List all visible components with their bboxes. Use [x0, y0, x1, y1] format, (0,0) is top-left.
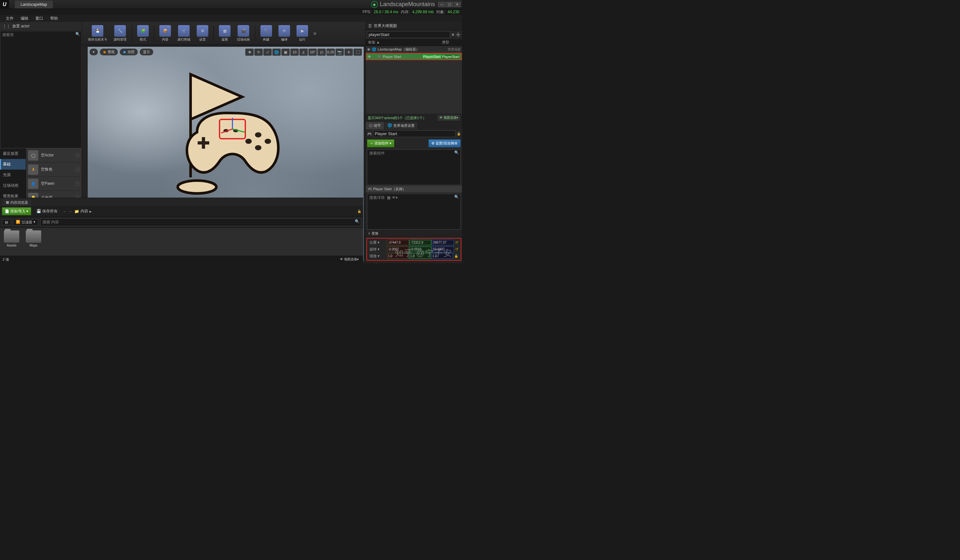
search-details[interactable]: 搜索详情🔍 ▦ 👁▾ — [367, 194, 461, 229]
menu-edit[interactable]: 编辑 — [18, 15, 32, 22]
content-search[interactable]: 搜索 内容🔍 — [40, 218, 361, 226]
toolbar-运行[interactable]: ▶运行 — [294, 24, 310, 43]
cb-viewoptions[interactable]: 👁 视图选项▾ — [338, 256, 360, 262]
component-instance[interactable]: 🎮 Player Start（实例） — [366, 186, 462, 192]
toolbar-蓝图[interactable]: ▦蓝图 — [216, 24, 233, 43]
help-icon[interactable]: ? — [75, 181, 80, 186]
close-button[interactable]: ✕ — [454, 2, 461, 7]
maximize-button[interactable]: ▢ — [446, 2, 453, 7]
tab-details[interactable]: ⓘ细节 — [366, 122, 384, 130]
vp-translate-icon[interactable]: ✥ — [245, 49, 254, 56]
eye-icon[interactable]: 👁 — [367, 48, 371, 51]
vp-rotate-icon[interactable]: ↻ — [254, 49, 263, 56]
vp-camspeed-icon[interactable]: 📷 — [336, 49, 344, 56]
clear-icon[interactable]: ✕ — [451, 32, 454, 37]
toolbar-保存当前关卡[interactable]: 💾保存当前关卡 — [85, 24, 110, 43]
reset-icon[interactable]: ↺ — [455, 247, 458, 251]
vp-snap-scale-icon[interactable]: ◰ — [317, 49, 326, 56]
outliner-playerstart-row[interactable]: 👁 🎮 Player Start PlayerStartPlayerStart — [366, 53, 462, 60]
outliner-search[interactable] — [367, 31, 450, 38]
tool-icon: 🎬 — [238, 25, 249, 37]
vp-snap-angle[interactable]: 10° — [309, 49, 317, 56]
add-filter-icon[interactable]: ➕ — [456, 32, 461, 37]
nav-fwd[interactable]: → — [68, 209, 72, 214]
menu-help[interactable]: 帮助 — [47, 15, 61, 22]
section-transform[interactable]: ▿ 变换 — [366, 230, 462, 237]
place-item[interactable]: 🧍空角色? — [26, 163, 82, 177]
help-icon[interactable]: ? — [75, 167, 80, 172]
place-item[interactable]: ◯空Actor? — [26, 148, 82, 163]
scale-y[interactable] — [409, 253, 431, 259]
eye-icon[interactable]: 👁 — [368, 55, 371, 59]
location-z[interactable] — [432, 240, 454, 245]
location-x[interactable] — [387, 240, 409, 245]
lock-icon[interactable]: 🔓 — [357, 210, 361, 213]
folder-Assets[interactable]: Assets — [3, 230, 21, 253]
vp-camspeed[interactable]: 4 — [344, 49, 353, 56]
section-object[interactable]: ▿ 对象 — [366, 261, 462, 263]
toolbar-过场动画[interactable]: 🎬过场动画 — [234, 24, 253, 43]
vp-scale-icon[interactable]: ⤢ — [263, 49, 272, 56]
project-name: LandscapeMountains — [380, 1, 435, 8]
help-icon[interactable]: ? — [75, 153, 80, 158]
toolbar-overflow[interactable]: » — [312, 30, 318, 37]
place-item[interactable]: 👤空Pawn? — [26, 177, 82, 191]
place-cat-3[interactable]: 过场动画 — [0, 180, 26, 191]
vp-snap-angle-icon[interactable]: ∠ — [299, 49, 308, 56]
place-cat-0[interactable]: 最近放置 — [0, 148, 26, 159]
level-tab[interactable]: LandscapeMap — [15, 1, 53, 8]
vp-snap-grid-value[interactable]: 10 — [290, 49, 299, 56]
vp-lit[interactable]: ◉光照 — [120, 49, 138, 55]
menu-window[interactable]: 窗口 — [32, 15, 46, 22]
content-browser-tab[interactable]: ▦内容浏览器 — [3, 199, 31, 206]
vp-perspective[interactable]: ◉透视 — [100, 49, 118, 55]
toolbar-构建[interactable]: 🔨构建 — [258, 24, 275, 43]
search-components[interactable]: 搜索组件🔍 — [367, 149, 461, 185]
save-all-button[interactable]: 💾 保存所有 — [34, 207, 60, 215]
rotation-x[interactable] — [387, 246, 409, 252]
folder-Maps[interactable]: Maps — [24, 230, 43, 253]
vp-snap-scale[interactable]: 0.25 — [326, 49, 335, 56]
project-badge[interactable]: ◆ — [371, 1, 378, 8]
rotation-y[interactable] — [410, 246, 431, 252]
toolbar-模式[interactable]: 🧩模式 — [134, 24, 151, 43]
player-start-actor[interactable] — [155, 55, 290, 200]
vp-world-icon[interactable]: 🌐 — [272, 49, 281, 56]
scale-x[interactable] — [387, 253, 408, 259]
scale-z[interactable] — [431, 253, 453, 259]
reset-icon[interactable]: ↺ — [455, 240, 458, 245]
rotation-z[interactable] — [432, 246, 454, 252]
blueprint-button[interactable]: ⚙ 蓝图/添加脚本 — [429, 139, 461, 147]
outliner-col-type[interactable]: 类型 — [440, 39, 462, 46]
place-search[interactable]: 搜索类 🔍 — [0, 31, 82, 148]
location-y[interactable] — [410, 240, 431, 245]
nav-back[interactable]: ← — [63, 209, 67, 214]
lock-scale-icon[interactable]: 🔓 — [454, 254, 458, 258]
filters-button[interactable]: 🔽 过滤器▾ — [13, 219, 38, 226]
lock-icon[interactable]: 🔓 — [457, 132, 461, 136]
menu-file[interactable]: 文件 — [3, 15, 17, 22]
toolbar-内容[interactable]: 📦内容 — [157, 24, 173, 43]
outliner-root-row[interactable]: 👁 🌐 LandscapeMap（编辑器） 世界场景 — [366, 46, 462, 53]
minimize-button[interactable]: — — [438, 2, 445, 7]
vp-maximize-icon[interactable]: ⛶ — [354, 49, 362, 56]
folder-icon[interactable]: 📁 — [74, 209, 79, 214]
outliner-col-label[interactable]: 标签 ▲ — [366, 39, 440, 46]
vp-show[interactable]: 显示 — [140, 49, 153, 55]
vp-snap-grid[interactable]: ▦ — [282, 49, 290, 56]
breadcrumb-content[interactable]: 内容 — [80, 208, 88, 214]
toolbar-编译[interactable]: ⟳编译 — [276, 24, 293, 43]
outliner-viewoptions[interactable]: 👁 视图选项▾ — [437, 115, 460, 121]
tool-label: 保存当前关卡 — [88, 37, 107, 42]
add-import-button[interactable]: 📄 添加/导入 ▾ — [2, 207, 31, 215]
vp-dropdown[interactable]: ▾ — [90, 49, 98, 55]
actor-name-field[interactable] — [373, 130, 456, 137]
tab-world-settings[interactable]: 🌐世界场景设置 — [384, 122, 418, 130]
expand-sources[interactable]: ▤ — [2, 219, 11, 225]
toolbar-源码管理[interactable]: 🔧源码管理 — [111, 24, 129, 43]
toolbar-虚幻商城[interactable]: 🛒虚幻商城 — [175, 24, 193, 43]
toolbar-设置[interactable]: ⚙设置 — [194, 24, 211, 43]
place-cat-1[interactable]: 基础 — [0, 159, 26, 170]
add-component-button[interactable]: ＋添加组件 ▾ — [367, 139, 394, 147]
place-cat-2[interactable]: 光源 — [0, 170, 26, 180]
